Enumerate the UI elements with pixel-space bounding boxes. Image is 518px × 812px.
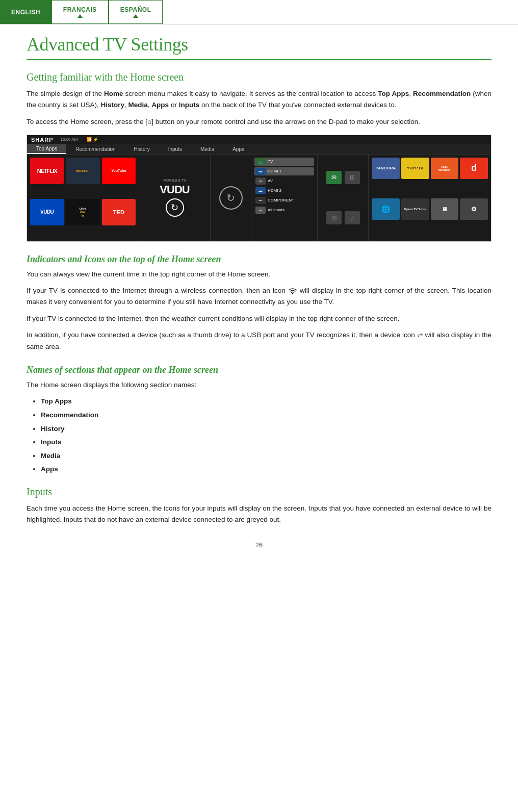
francais-button[interactable]: FRANÇAIS [51,0,109,24]
section1-heading: Getting familiar with the Home screen [27,71,491,83]
tv-top-bar: SHARP 10:00 AM 📶 ⚡ [27,135,491,144]
section3-heading: Names of sections that appear on the Hom… [27,365,491,375]
tv-tab-recommendation: Recommendation [66,144,124,154]
app-dasher: d [460,158,488,179]
tv-tab-history: History [125,144,159,154]
section1-para1: The simple design of the Home screen men… [27,88,491,111]
page-number: 26 [27,541,491,559]
list-item-recommendation: Recommendation [41,410,491,421]
english-button[interactable]: ENGLISH [0,0,51,24]
input-hdmi2-label: HDMI 2 [268,188,281,193]
tv-recommendation-section: - MOVIES & TV - VUDU ↻ [139,155,211,241]
tv-tab-top-apps: Top Apps [27,144,66,154]
rec-arrow-icon: ↻ [166,198,184,217]
tv-inputs-section: 📺 TV ▬ HDMI 1 ••• AV ▬ HDMI 2 ••• COM [251,155,318,241]
rec-movies-text: - MOVIES & TV - [161,179,188,182]
tv-history-section: ↻ [211,155,251,241]
section3-list: Top Apps Recommendation History Inputs M… [41,396,491,475]
section1-para2: To access the Home screen, press the [⌂]… [27,116,491,128]
app-amazon: amazon [66,158,99,184]
section4-para: Each time you access the Home screen, th… [27,503,491,526]
list-item-media: Media [41,450,491,462]
list-item-inputs: Inputs [41,437,491,448]
media-envelope-icon: ✉ [326,171,342,184]
list-item-history: History [41,423,491,435]
section2-para3: If your TV is connected to the Internet,… [27,313,491,324]
input-tv-label: TV [268,159,273,164]
espanol-label: ESPAÑOL [120,6,151,13]
app-netflix: NETFLIX [30,158,64,184]
app-settings: ⚙ [460,198,488,220]
input-tv-icon: 📺 [255,158,266,165]
wifi-icon [288,288,297,295]
app-monitor: 🖥 [431,198,459,220]
media-music-icon: ♪ [345,211,360,224]
app-yupptv: YUPPTV [401,158,429,179]
input-hdmi2-icon: ▬ [255,187,266,194]
section2-para2: If your TV is connected to the Internet … [27,285,491,308]
english-label: ENGLISH [11,9,40,16]
media-row-2: ◎ ♪ [326,211,360,224]
app-ted: TED [102,199,136,225]
input-av-label: AV [268,179,273,183]
input-all-label: All Inputs [268,208,284,212]
section4-heading: Inputs [27,486,491,498]
input-hdmi2: ▬ HDMI 2 [254,187,314,195]
language-bar: ENGLISH FRANÇAIS ESPAÑOL [0,0,518,24]
francais-label: FRANÇAIS [63,6,97,13]
app-globe: 🌐 [372,198,400,220]
input-component-label: COMPONENT [268,198,294,202]
tv-apps-section: PANDORA YUPPTV AccuWeather d 🌐 Opera TV … [369,155,491,241]
main-content: Advanced TV Settings Getting familiar wi… [0,24,518,579]
section3-intro: The Home screen displays the following s… [27,379,491,391]
media-grid-icon: ⊞ [345,171,360,184]
tv-tab-inputs: Inputs [159,144,191,154]
tv-top-apps-section: NETFLIX amazon YouTube VUDU Ultra Flix 4… [27,155,139,241]
media-disc-icon: ◎ [326,211,342,224]
tv-media-section: ✉ ⊞ ◎ ♪ [318,155,369,241]
list-item-apps: Apps [41,464,491,475]
input-hdmi1-label: HDMI 1 [268,169,281,173]
tv-status-icons: 📶 ⚡ [87,137,98,142]
history-circle-icon: ↻ [219,186,243,210]
tv-tab-apps: Apps [223,144,253,154]
list-item-top-apps: Top Apps [41,396,491,407]
input-component: ••• COMPONENT [254,196,314,205]
section2-heading: Indicators and Icons on the top of the H… [27,254,491,265]
input-all: ••• All Inputs [254,206,314,214]
app-ultraflix: Ultra Flix 4K [66,199,99,225]
tv-tab-media: Media [191,144,223,154]
francais-triangle-icon [77,14,83,18]
tv-time: 10:00 AM [61,137,78,142]
input-av: ••• AV [254,177,314,185]
input-av-icon: ••• [255,177,266,185]
tv-main-area: NETFLIX amazon YouTube VUDU Ultra Flix 4… [27,155,491,241]
app-accuweather: AccuWeather [431,158,459,179]
input-tv: 📺 TV [254,158,314,166]
rec-vudu-logo: VUDU [160,183,189,196]
espanol-triangle-icon [133,14,138,18]
section2-para4: In addition, if you have connected a dev… [27,329,491,352]
input-hdmi1-icon: ▬ [255,168,266,175]
usb-icon: ⇌ [417,331,423,339]
app-pandora: PANDORA [372,158,400,179]
espanol-button[interactable]: ESPAÑOL [109,0,163,24]
app-youtube: YouTube [102,158,136,184]
sharp-logo: SHARP [31,137,54,143]
input-component-icon: ••• [255,197,266,204]
media-row-1: ✉ ⊞ [326,171,360,184]
app-vudu: VUDU [30,199,64,225]
svg-point-0 [292,293,293,294]
section2-para1: You can always view the current time in … [27,269,491,280]
tv-sections-bar: Top Apps Recommendation History Inputs M… [27,144,491,155]
tv-screen-mockup: SHARP 10:00 AM 📶 ⚡ Top Apps Recommendati… [27,135,491,242]
page-title: Advanced TV Settings [27,34,491,60]
input-hdmi1: ▬ HDMI 1 [254,167,314,175]
input-all-icon: ••• [255,207,266,214]
app-opera-tv: Opera TV Store [401,198,429,220]
